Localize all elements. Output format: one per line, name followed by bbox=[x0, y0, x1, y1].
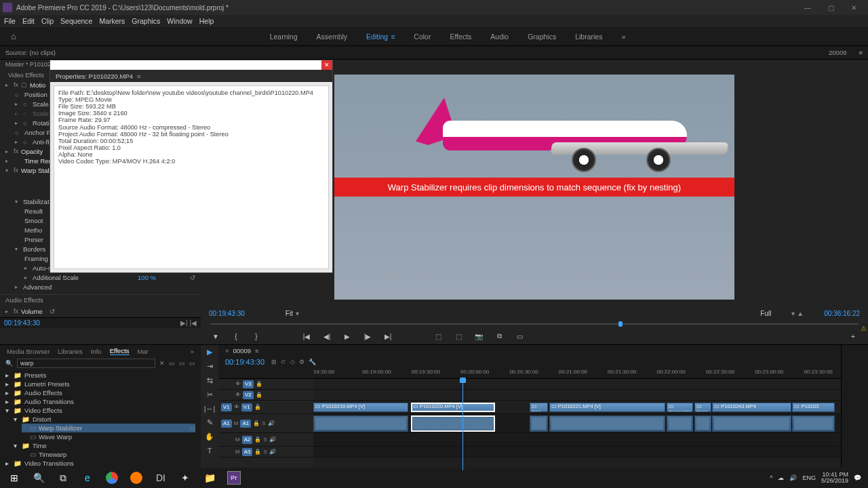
add-marker-icon[interactable]: ▼ bbox=[210, 333, 221, 340]
task-view-icon[interactable]: ⧉ bbox=[52, 469, 75, 487]
audio-clip[interactable] bbox=[694, 415, 711, 432]
tab-markers[interactable]: Mar bbox=[138, 348, 149, 355]
effects-tree-item[interactable]: ▸📁Video Transitions bbox=[5, 459, 195, 468]
filter-icon-2[interactable]: ▭ bbox=[179, 360, 185, 367]
file-explorer-icon[interactable]: 📁 bbox=[198, 469, 221, 487]
filter-icon-3[interactable]: ▭ bbox=[189, 360, 195, 367]
snap-icon[interactable]: ⊞ bbox=[271, 359, 277, 365]
step-back-icon[interactable]: ◀| bbox=[321, 333, 332, 340]
export-frame-icon[interactable]: 📷 bbox=[473, 333, 484, 340]
effects-tree-item[interactable]: ▸📁Presets bbox=[5, 371, 195, 380]
fx-motion[interactable]: Motio bbox=[30, 81, 45, 89]
ws-assembly[interactable]: Assembly bbox=[317, 33, 348, 41]
fx-framing[interactable]: Framing bbox=[24, 255, 48, 262]
ws-editing[interactable]: Editing bbox=[366, 33, 395, 41]
timeline-timecode[interactable]: 00:19:43:30 bbox=[225, 358, 264, 366]
video-clip[interactable]: ▭ P1010221 bbox=[667, 403, 693, 412]
menu-graphics[interactable]: Graphics bbox=[132, 17, 160, 25]
hand-tool-icon[interactable]: ✋ bbox=[205, 432, 214, 441]
video-clip[interactable]: ▭ P10103 bbox=[792, 403, 834, 412]
audio-clip[interactable] bbox=[792, 415, 834, 432]
ws-audio[interactable]: Audio bbox=[490, 33, 509, 41]
filter-icon[interactable]: ▭ bbox=[169, 360, 175, 367]
tray-clock[interactable]: 10:41 PM 5/26/2019 bbox=[821, 472, 848, 485]
effects-tree-item[interactable]: ▸📁Audio Effects bbox=[5, 388, 195, 397]
tabs-overflow-icon[interactable]: » bbox=[191, 348, 194, 355]
track-select-tool-icon[interactable]: ⇥ bbox=[207, 362, 213, 371]
menu-sequence[interactable]: Sequence bbox=[60, 17, 92, 25]
tab-effects[interactable]: Effects bbox=[110, 347, 130, 355]
video-clip[interactable]: ▭ P1010221.MP4 [V] bbox=[549, 403, 665, 412]
monitor-timecode-left[interactable]: 00:19:43:30 bbox=[209, 310, 245, 317]
tray-volume-icon[interactable]: 🔊 bbox=[789, 474, 797, 481]
timeline-content[interactable]: ▭ P1010219.MP4 [V]▭ P1010220.MP4 [V]▭ P1… bbox=[313, 379, 841, 470]
pen-tool-icon[interactable]: ✎ bbox=[207, 418, 213, 427]
firefox-icon[interactable] bbox=[125, 469, 148, 487]
program-panel-menu-icon[interactable]: ≡ bbox=[859, 49, 863, 56]
taskbar-search-icon[interactable]: 🔍 bbox=[27, 469, 50, 487]
lift-icon[interactable]: ⬚ bbox=[433, 333, 443, 340]
notifications-icon[interactable]: 💬 bbox=[854, 474, 861, 481]
effects-search-input[interactable] bbox=[17, 359, 155, 368]
fx-additional-scale[interactable]: Additional Scale bbox=[33, 274, 79, 281]
menu-markers[interactable]: Markers bbox=[99, 17, 125, 25]
step-forward-icon[interactable]: |▶ bbox=[362, 333, 373, 340]
chrome-icon[interactable] bbox=[100, 469, 123, 487]
video-clip[interactable]: ▭ P1010219.MP4 [V] bbox=[313, 403, 408, 412]
audio-clip[interactable] bbox=[712, 415, 791, 432]
fx-borders[interactable]: Borders bbox=[23, 245, 45, 253]
effects-tree-item[interactable]: ▭Wave Warp bbox=[22, 432, 195, 441]
fx-smoothness[interactable]: Smoot bbox=[24, 217, 43, 224]
selection-tool-icon[interactable]: ▶ bbox=[207, 348, 212, 357]
home-button[interactable]: ⌂ bbox=[0, 27, 27, 45]
go-to-in-icon[interactable]: |◀ bbox=[301, 333, 312, 340]
ws-effects[interactable]: Effects bbox=[450, 33, 471, 41]
menu-window[interactable]: Window bbox=[167, 17, 192, 25]
menu-edit[interactable]: Edit bbox=[22, 17, 35, 25]
safe-margins-icon[interactable]: ▭ bbox=[514, 333, 525, 340]
video-clip[interactable]: ▭ P1010220.MP4 [V] bbox=[411, 403, 495, 412]
effects-tree-item[interactable]: ▾📁Distort bbox=[14, 415, 195, 424]
ws-color[interactable]: Color bbox=[414, 33, 431, 41]
premiere-taskbar-icon[interactable]: Pr bbox=[222, 469, 245, 487]
fx-scale[interactable]: Scale bbox=[33, 100, 49, 108]
effects-tree-item[interactable]: ▸📁Lumetri Presets bbox=[5, 380, 195, 388]
button-editor-icon[interactable]: + bbox=[848, 333, 859, 340]
mark-out-icon[interactable]: } bbox=[251, 333, 262, 340]
monitor-timecode-right[interactable]: 00:36:16:22 bbox=[824, 310, 860, 317]
tray-onedrive-icon[interactable]: ☁ bbox=[778, 474, 784, 481]
ws-libraries[interactable]: Libraries bbox=[575, 33, 602, 41]
sequence-tab[interactable]: 00009 bbox=[233, 347, 251, 354]
effects-tree[interactable]: ▸📁Presets▸📁Lumetri Presets▸📁Audio Effect… bbox=[0, 369, 201, 469]
dialog-titlebar[interactable]: ✕ bbox=[50, 60, 332, 70]
monitor-full[interactable]: Full bbox=[760, 310, 771, 317]
settings-icon[interactable]: ⚙ bbox=[299, 359, 304, 365]
video-clip[interactable]: ▭ P101 bbox=[694, 403, 711, 412]
ws-learning[interactable]: Learning bbox=[270, 33, 298, 41]
monitor-fit-select[interactable]: Fit bbox=[285, 310, 293, 317]
tab-info[interactable]: Info bbox=[91, 348, 102, 355]
minimize-button[interactable]: — bbox=[796, 0, 819, 15]
dialog-close-button[interactable]: ✕ bbox=[321, 60, 332, 70]
effects-tree-item[interactable]: ▾📁Time bbox=[14, 441, 195, 450]
track-header-a2[interactable]: MA2🔒S🔊 bbox=[218, 433, 313, 447]
menu-clip[interactable]: Clip bbox=[41, 17, 54, 25]
ws-overflow-icon[interactable]: » bbox=[621, 33, 625, 41]
timeline-ruler[interactable]: 18:30:0000:19:00:0000:19:30:0000:20:00:0… bbox=[313, 368, 841, 378]
maximize-button[interactable]: ▢ bbox=[819, 0, 842, 15]
track-header-v1[interactable]: V1👁V1🔒 bbox=[218, 401, 313, 414]
fx-volume[interactable]: Volume bbox=[21, 308, 43, 315]
audio-clip[interactable] bbox=[667, 415, 693, 432]
menu-help[interactable]: Help bbox=[199, 17, 214, 25]
type-tool-icon[interactable]: T bbox=[208, 447, 212, 455]
track-header-v3[interactable]: 👁V3🔒 bbox=[218, 379, 313, 390]
tab-libraries[interactable]: Libraries bbox=[58, 348, 82, 355]
wrench-icon[interactable]: 🔧 bbox=[309, 359, 316, 365]
edge-icon[interactable]: e bbox=[76, 469, 99, 487]
program-panel-tab[interactable]: 20009 bbox=[829, 49, 846, 56]
tab-media-browser[interactable]: Media Browser bbox=[7, 348, 50, 355]
ws-graphics[interactable]: Graphics bbox=[528, 33, 556, 41]
comparison-icon[interactable]: ⧉ bbox=[494, 332, 505, 340]
fx-opacity[interactable]: Opacity bbox=[21, 148, 43, 155]
tray-chevron-icon[interactable]: ^ bbox=[770, 474, 772, 481]
